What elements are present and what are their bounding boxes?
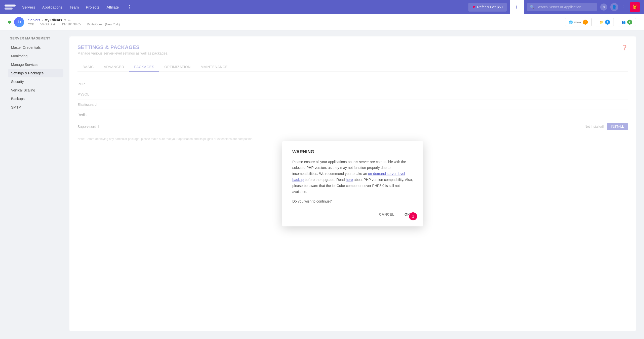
www-count: 5 (583, 20, 588, 25)
notification-badge[interactable]: 0 (600, 4, 607, 11)
server-breadcrumb: Servers › My Clients ▼ ✏ (28, 18, 120, 22)
breadcrumb-separator: › (42, 18, 43, 22)
server-disk: 50 GB Disk (40, 23, 56, 26)
gift-button[interactable]: 🎁 (630, 2, 640, 12)
www-label: www (574, 20, 581, 24)
step-badge: 1 (409, 212, 417, 220)
sidebar-item-vertical-scaling[interactable]: Vertical Scaling (8, 86, 63, 94)
modal-footer: CANCEL OK 1 (292, 210, 413, 218)
server-bar: ↻ Servers › My Clients ▼ ✏ 2GB 50 GB Dis… (0, 14, 644, 30)
server-provider: DigitalOcean (New York) (87, 23, 120, 26)
users-count: 2 (627, 20, 632, 25)
nav-affiliate[interactable]: Affiliate (106, 5, 119, 9)
search-box: 🔍 (527, 3, 597, 11)
modal-here-link[interactable]: here (346, 178, 353, 182)
server-dropdown-icon[interactable]: ▼ (64, 18, 67, 22)
server-status-dot (8, 21, 11, 24)
server-icon: ↻ (14, 17, 24, 27)
sidebar-item-master-credentials[interactable]: Master Credentials (8, 43, 63, 52)
nav-projects[interactable]: Projects (86, 5, 99, 9)
topnav-right: ♥ Refer & Get $50 + 🔍 0 👤 ⋮ 🎁 (468, 0, 640, 14)
warning-modal: WARNING Please ensure all your applicati… (282, 141, 423, 227)
modal-body-text2: before the upgrade. Read (304, 178, 346, 182)
folder-icon: 📁 (599, 20, 603, 24)
www-badge[interactable]: 🌐 www 5 (565, 18, 592, 26)
search-input[interactable] (537, 5, 594, 9)
folder-badge[interactable]: 📁 1 (596, 18, 614, 26)
server-info: Servers › My Clients ▼ ✏ 2GB 50 GB Disk … (28, 18, 120, 26)
nav-applications[interactable]: Applications (42, 5, 63, 9)
server-badges: 🌐 www 5 📁 1 👥 2 (565, 18, 636, 26)
sidebar-item-monitoring[interactable]: Monitoring (8, 52, 63, 60)
svg-rect-0 (5, 5, 16, 7)
www-icon: 🌐 (569, 20, 573, 24)
server-name: My Clients (45, 18, 62, 22)
main-content: SETTINGS & PACKAGES Manage various serve… (69, 36, 636, 331)
sidebar-item-backups[interactable]: Backups (8, 94, 63, 103)
modal-body: Please ensure all your applications on t… (292, 159, 413, 195)
heart-icon: ♥ (472, 5, 475, 10)
refer-label: Refer & Get $50 (477, 5, 503, 9)
nav-servers[interactable]: Servers (22, 5, 35, 9)
more-options-button[interactable]: ⋮ (621, 4, 627, 10)
modal-overlay: WARNING Please ensure all your applicati… (69, 36, 636, 331)
cancel-button[interactable]: CANCEL (376, 210, 397, 218)
sidebar-item-security[interactable]: Security (8, 77, 63, 86)
page-layout: Server Management Master Credentials Mon… (0, 30, 644, 337)
refer-button[interactable]: ♥ Refer & Get $50 (468, 3, 507, 12)
sidebar-title: Server Management (8, 36, 63, 40)
server-meta: 2GB 50 GB Disk 137.184.98.65 DigitalOcea… (28, 23, 120, 26)
grid-icon[interactable]: ⋮⋮⋮ (123, 4, 136, 10)
logo[interactable] (4, 4, 16, 11)
add-button[interactable]: + (510, 0, 524, 14)
avatar-button[interactable]: 👤 (610, 3, 618, 11)
users-badge[interactable]: 👥 2 (618, 18, 636, 26)
server-edit-icon[interactable]: ✏ (68, 18, 71, 22)
folder-count: 1 (605, 20, 610, 25)
sidebar-item-manage-services[interactable]: Manage Services (8, 60, 63, 69)
sidebar-item-smtp[interactable]: SMTP (8, 103, 63, 112)
users-icon: 👥 (622, 20, 626, 24)
sidebar-item-settings-packages[interactable]: Settings & Packages (8, 69, 63, 77)
nav-links: Servers Applications Team Projects Affil… (22, 5, 119, 9)
modal-question: Do you wish to continue? (292, 199, 413, 203)
topnav: Servers Applications Team Projects Affil… (0, 0, 644, 14)
server-ip: 137.184.98.65 (62, 23, 81, 26)
nav-team[interactable]: Team (70, 5, 79, 9)
ok-wrap: OK 1 (401, 210, 413, 218)
search-icon: 🔍 (530, 5, 535, 9)
modal-title: WARNING (292, 149, 413, 155)
server-ram: 2GB (28, 23, 34, 26)
svg-rect-1 (5, 8, 13, 10)
servers-link[interactable]: Servers (28, 18, 40, 22)
sidebar: Server Management Master Credentials Mon… (8, 36, 63, 331)
